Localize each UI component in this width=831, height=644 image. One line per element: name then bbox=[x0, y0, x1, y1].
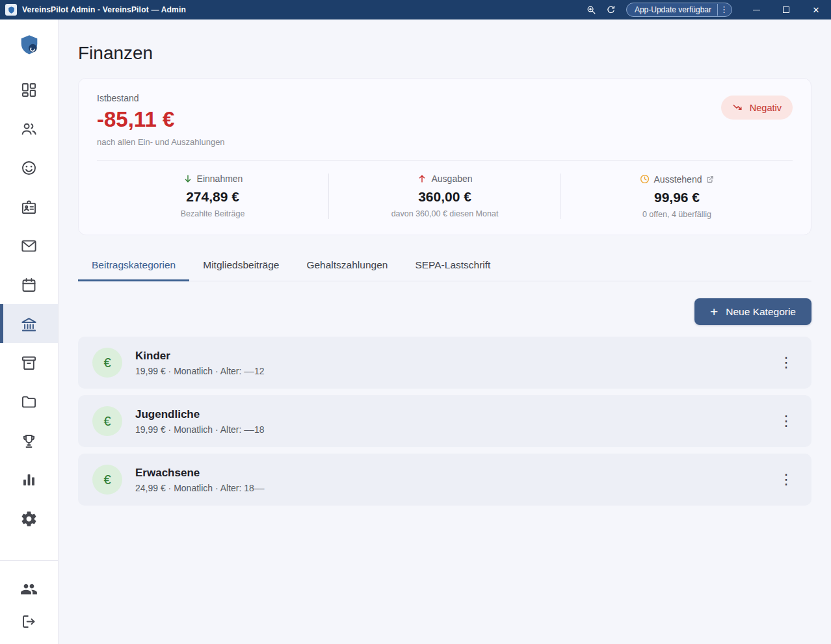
restart-update-icon[interactable] bbox=[601, 0, 621, 19]
category-card-kinder[interactable]: € Kinder 19,99 € · Monatlich · Alter: ––… bbox=[78, 337, 811, 389]
sidebar-item-trophies[interactable] bbox=[0, 421, 58, 460]
maximize-icon bbox=[783, 6, 789, 13]
sidebar-item-statistics[interactable] bbox=[0, 460, 58, 499]
groups-icon bbox=[20, 580, 38, 598]
ausgaben-sub: davon 360,00 € diesen Monat bbox=[329, 209, 561, 218]
page-title: Finanzen bbox=[78, 43, 811, 64]
folder-icon bbox=[20, 393, 38, 411]
category-name: Jugendliche bbox=[135, 408, 264, 421]
app-update-label: App-Update verfügbar bbox=[635, 5, 711, 14]
logout-icon bbox=[20, 613, 38, 630]
dashboard-icon bbox=[20, 81, 38, 99]
close-button[interactable]: ✕ bbox=[801, 0, 831, 19]
actions-row: + Neue Kategorie bbox=[78, 298, 811, 325]
app-update-badge[interactable]: App-Update verfügbar ⋮ bbox=[626, 3, 732, 17]
category-list: € Kinder 19,99 € · Monatlich · Alter: ––… bbox=[78, 337, 811, 506]
tab-sepa-lastschrift[interactable]: SEPA-Lastschrift bbox=[401, 251, 504, 281]
app-logo bbox=[0, 19, 58, 70]
sidebar bbox=[0, 19, 59, 644]
sidebar-item-mood[interactable] bbox=[0, 148, 58, 187]
kebab-menu-icon[interactable]: ⋮ bbox=[775, 352, 797, 374]
euro-icon: € bbox=[92, 406, 122, 436]
overview-stats: Einnahmen 274,89 € Bezahlte Beiträge Aus… bbox=[97, 161, 793, 235]
kebab-menu-icon[interactable]: ⋮ bbox=[775, 469, 797, 491]
finance-tabs: Beitragskategorien Mitgliedsbeiträge Geh… bbox=[78, 251, 811, 281]
sidebar-item-badge[interactable] bbox=[0, 187, 58, 226]
kebab-menu-icon[interactable]: ⋮ bbox=[775, 410, 797, 432]
zoom-icon[interactable] bbox=[582, 0, 601, 19]
archive-icon bbox=[20, 354, 38, 372]
category-name: Kinder bbox=[135, 350, 264, 363]
arrow-down-icon bbox=[183, 174, 193, 184]
arrow-up-icon bbox=[417, 174, 427, 184]
ausstehend-value: 99,96 € bbox=[561, 190, 793, 205]
people-icon bbox=[20, 120, 38, 138]
einnahmen-sub: Bezahlte Beiträge bbox=[97, 209, 328, 218]
category-name: Erwachsene bbox=[135, 467, 264, 480]
einnahmen-label: Einnahmen bbox=[197, 174, 243, 184]
plus-icon: + bbox=[710, 305, 718, 318]
mail-icon bbox=[20, 237, 38, 255]
tab-mitgliedsbeitraege[interactable]: Mitgliedsbeiträge bbox=[189, 251, 293, 281]
trophy-icon bbox=[20, 432, 38, 450]
finance-overview-card: Istbestand -85,11 € nach allen Ein- und … bbox=[78, 78, 811, 235]
istbestand-amount: -85,11 € bbox=[97, 107, 793, 132]
sidebar-item-logout[interactable] bbox=[0, 605, 58, 638]
euro-icon: € bbox=[92, 465, 122, 495]
category-card-jugendliche[interactable]: € Jugendliche 19,99 € · Monatlich · Alte… bbox=[78, 395, 811, 447]
sidebar-item-members[interactable] bbox=[0, 109, 58, 148]
category-details: 24,99 € · Monatlich · Alter: 18–– bbox=[135, 483, 264, 493]
negativ-badge-label: Negativ bbox=[750, 103, 782, 113]
vereinspilot-logo-icon bbox=[18, 33, 41, 57]
sidebar-item-documents[interactable] bbox=[0, 382, 58, 421]
stat-ausstehend: Ausstehend 99,96 € 0 offen, 4 überfällig bbox=[561, 174, 793, 219]
sidebar-item-calendar[interactable] bbox=[0, 265, 58, 304]
window-title: VereinsPilot Admin - VereinsPilot — Admi… bbox=[22, 5, 186, 14]
minimize-button[interactable] bbox=[741, 0, 771, 19]
einnahmen-value: 274,89 € bbox=[97, 189, 328, 205]
tab-gehaltszahlungen[interactable]: Gehaltszahlungen bbox=[293, 251, 401, 281]
negativ-badge: Negativ bbox=[721, 96, 793, 120]
sidebar-item-settings[interactable] bbox=[0, 499, 58, 538]
bank-icon bbox=[20, 315, 38, 333]
sidebar-item-groups[interactable] bbox=[0, 573, 58, 605]
istbestand-label: Istbestand bbox=[97, 93, 793, 103]
category-details: 19,99 € · Monatlich · Alter: ––18 bbox=[135, 424, 264, 435]
category-card-erwachsene[interactable]: € Erwachsene 24,99 € · Monatlich · Alter… bbox=[78, 454, 811, 506]
badge-icon bbox=[20, 198, 38, 216]
stat-einnahmen: Einnahmen 274,89 € Bezahlte Beiträge bbox=[97, 174, 328, 219]
trending-down-icon bbox=[732, 101, 745, 114]
titlebar: VereinsPilot Admin - VereinsPilot — Admi… bbox=[0, 0, 831, 19]
minimize-icon bbox=[753, 10, 760, 10]
ausstehend-label: Ausstehend bbox=[654, 174, 702, 185]
app-logo-icon bbox=[7, 6, 16, 14]
calendar-icon bbox=[20, 276, 38, 294]
tab-beitragskategorien[interactable]: Beitragskategorien bbox=[78, 251, 189, 281]
new-category-label: Neue Kategorie bbox=[726, 306, 796, 318]
stat-ausgaben: Ausgaben 360,00 € davon 360,00 € diesen … bbox=[328, 174, 561, 219]
new-category-button[interactable]: + Neue Kategorie bbox=[694, 298, 811, 325]
bar-chart-icon bbox=[20, 471, 38, 489]
istbestand-subtitle: nach allen Ein- und Auszahlungen bbox=[97, 137, 793, 147]
euro-icon: € bbox=[92, 348, 122, 378]
sidebar-item-inventory[interactable] bbox=[0, 343, 58, 382]
main-content: Finanzen Istbestand -85,11 € nach allen … bbox=[59, 19, 831, 644]
ausgaben-value: 360,00 € bbox=[329, 189, 561, 205]
app-icon bbox=[5, 4, 17, 16]
clock-icon bbox=[639, 174, 650, 185]
sidebar-item-finance[interactable] bbox=[0, 304, 58, 343]
sidebar-item-dashboard[interactable] bbox=[0, 70, 58, 109]
gear-icon bbox=[20, 510, 38, 528]
ausgaben-label: Ausgaben bbox=[431, 174, 472, 184]
sidebar-bottom-section bbox=[0, 560, 58, 644]
external-link-icon[interactable] bbox=[706, 175, 715, 184]
smiley-icon bbox=[20, 159, 38, 177]
sidebar-item-mail[interactable] bbox=[0, 226, 58, 265]
update-menu-icon[interactable]: ⋮ bbox=[717, 4, 730, 16]
maximize-button[interactable] bbox=[771, 0, 801, 19]
ausstehend-sub: 0 offen, 4 überfällig bbox=[561, 210, 793, 219]
category-details: 19,99 € · Monatlich · Alter: ––12 bbox=[135, 366, 264, 376]
